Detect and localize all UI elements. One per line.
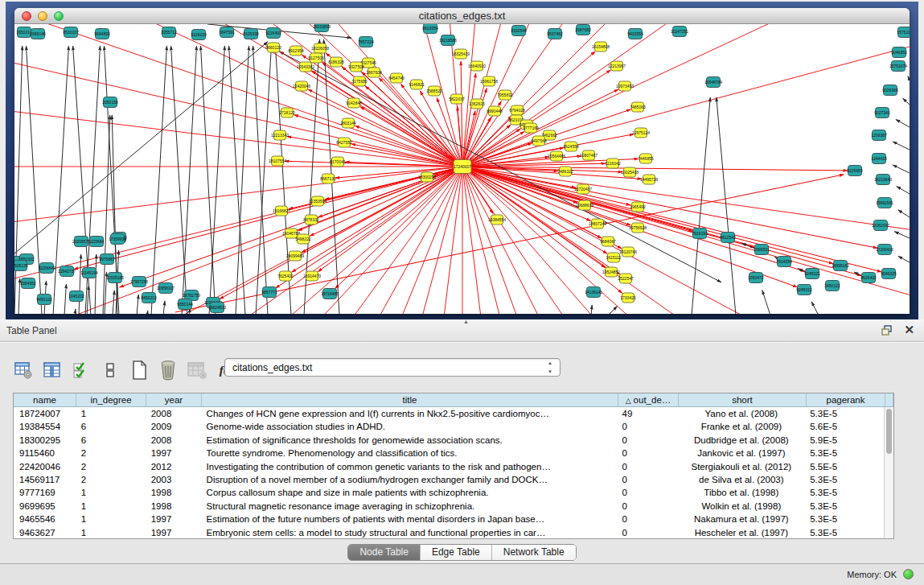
network-node[interactable]: 11145194: [80, 268, 98, 278]
network-node[interactable]: 3175685: [351, 76, 368, 86]
network-node[interactable]: 8215953: [847, 166, 863, 176]
network-node[interactable]: 1733426: [620, 293, 636, 303]
table-row[interactable]: 946554611997Estimation of the future num…: [14, 513, 884, 525]
network-node[interactable]: 7955812: [497, 90, 513, 100]
column-header-out_de[interactable]: △out_de…: [618, 393, 679, 406]
network-node[interactable]: 16033809: [313, 24, 331, 32]
network-node[interactable]: 18107554: [269, 156, 286, 166]
network-node[interactable]: 16640910: [468, 61, 486, 71]
network-node[interactable]: 8427552: [336, 138, 352, 147]
network-node[interactable]: 19218586: [439, 35, 457, 46]
delete-columns-icon[interactable]: [158, 360, 179, 381]
network-node[interactable]: 19756928: [629, 223, 647, 233]
network-node[interactable]: 15692931: [876, 198, 893, 208]
network-node[interactable]: 1209387: [871, 130, 887, 141]
network-node[interactable]: 2450122: [824, 281, 840, 291]
network-node[interactable]: 18807249: [589, 219, 606, 229]
network-node[interactable]: 8626402: [860, 273, 877, 283]
network-node[interactable]: 17359934: [109, 234, 126, 245]
network-node[interactable]: 9046853: [891, 47, 907, 58]
table-row[interactable]: 969969511998Structural magnetic resonanc…: [14, 500, 884, 513]
network-node[interactable]: 20564486: [548, 151, 565, 161]
network-node[interactable]: 12942737: [58, 266, 76, 277]
network-node[interactable]: 2069146: [30, 29, 46, 39]
network-node[interactable]: 1588520: [426, 86, 442, 96]
network-node[interactable]: 2064952: [20, 278, 36, 289]
network-node[interactable]: 7914054: [776, 257, 792, 267]
network-node[interactable]: 9245021: [804, 269, 820, 279]
table-options-icon[interactable]: [13, 360, 34, 381]
network-node[interactable]: 15720407: [574, 184, 592, 194]
network-node[interactable]: 7625402: [277, 271, 294, 281]
network-node[interactable]: 2718120: [279, 108, 295, 117]
network-node[interactable]: 2055712: [161, 27, 177, 38]
column-header-name[interactable]: name: [14, 393, 76, 406]
table-panel-titlebar[interactable]: ▲ Table Panel ✕: [0, 319, 924, 342]
table-row[interactable]: 946362711997Embryonic stem cells: a mode…: [14, 526, 884, 538]
network-node[interactable]: 1847591: [219, 27, 235, 38]
select-columns-icon[interactable]: [71, 360, 92, 381]
table-row[interactable]: 1938455462009Genome-wide association stu…: [14, 420, 884, 433]
network-node[interactable]: 1575104: [897, 27, 910, 38]
network-node[interactable]: 9777169: [523, 123, 539, 133]
scrollbar-thumb[interactable]: [886, 409, 892, 454]
new-column-icon[interactable]: [129, 360, 150, 381]
network-node[interactable]: 17200416: [876, 245, 893, 255]
network-node[interactable]: 16210643: [874, 175, 892, 185]
network-node[interactable]: 9537462: [547, 29, 563, 39]
network-node[interactable]: 16154808: [592, 42, 610, 51]
tab-edge-table[interactable]: Edge Table: [421, 545, 492, 560]
network-node[interactable]: 10543382: [297, 62, 314, 72]
network-node[interactable]: 1244415: [871, 154, 887, 164]
network-node[interactable]: 9242848: [346, 98, 362, 108]
network-node[interactable]: 9245012: [796, 285, 812, 295]
table-row[interactable]: 1456911722003Disruption of a novel membe…: [14, 473, 884, 486]
network-node[interactable]: 7485063: [630, 102, 646, 112]
network-node[interactable]: 2050150: [102, 97, 118, 108]
network-node[interactable]: 10025438: [621, 167, 639, 177]
float-panel-icon[interactable]: [881, 325, 893, 336]
network-node[interactable]: 9857771: [261, 287, 277, 298]
network-node[interactable]: 16824503: [208, 303, 226, 313]
column-header-year[interactable]: year: [146, 393, 202, 406]
network-node[interactable]: 1045202: [68, 291, 84, 302]
table-row[interactable]: 2242004622012Investigating the contribut…: [14, 460, 884, 473]
network-node[interactable]: 8912954: [288, 46, 304, 56]
network-canvas[interactable]: 1724000786601238912954182260589127503818…: [14, 24, 910, 314]
network-node[interactable]: 12213967: [608, 61, 626, 71]
network-node[interactable]: 9505135: [14, 261, 28, 271]
table-row[interactable]: 911546021997Tourette syndrome. Phenomeno…: [14, 447, 884, 459]
network-node[interactable]: 8105338: [243, 29, 259, 39]
network-node[interactable]: 6497568: [531, 136, 547, 146]
network-node[interactable]: 8186328: [328, 57, 344, 67]
network-node[interactable]: 2522547: [618, 274, 634, 283]
network-node[interactable]: 1615112: [606, 253, 621, 262]
network-node[interactable]: 8450213: [141, 293, 157, 303]
network-node[interactable]: 8878332: [303, 215, 319, 225]
network-node[interactable]: 8310544: [511, 26, 527, 36]
network-node[interactable]: 12505185: [106, 273, 124, 283]
network-node[interactable]: 1362615: [469, 99, 485, 109]
network-node[interactable]: 1965492: [630, 202, 646, 212]
network-node[interactable]: 9546325: [881, 269, 897, 279]
show-columns-icon[interactable]: [42, 360, 63, 381]
network-node[interactable]: 12353594: [309, 196, 326, 206]
network-node[interactable]: 7857224: [358, 37, 374, 47]
network-node[interactable]: 16648784: [704, 77, 722, 88]
network-node[interactable]: 8660123: [265, 43, 281, 52]
network-node[interactable]: 8813054: [422, 24, 438, 34]
network-node[interactable]: 9127503: [308, 53, 324, 63]
network-node[interactable]: 12062097: [872, 220, 889, 231]
network-node[interactable]: 17957258: [130, 277, 148, 287]
network-node[interactable]: 2867608: [366, 68, 382, 77]
network-node[interactable]: 17240007: [454, 160, 471, 174]
table-row[interactable]: 1872400712008Changes of HCN gene express…: [14, 407, 884, 420]
network-node[interactable]: 5822037: [449, 94, 465, 104]
network-node[interactable]: 14495738: [640, 175, 658, 184]
network-node[interactable]: 18325419: [452, 49, 470, 59]
network-node[interactable]: 9327508: [348, 62, 364, 72]
network-node[interactable]: 1699501: [754, 245, 770, 255]
network-node[interactable]: 9044893: [94, 29, 110, 39]
table-row[interactable]: 1830029562008Estimation of significance …: [14, 434, 884, 447]
network-node[interactable]: 9216493: [265, 28, 281, 39]
